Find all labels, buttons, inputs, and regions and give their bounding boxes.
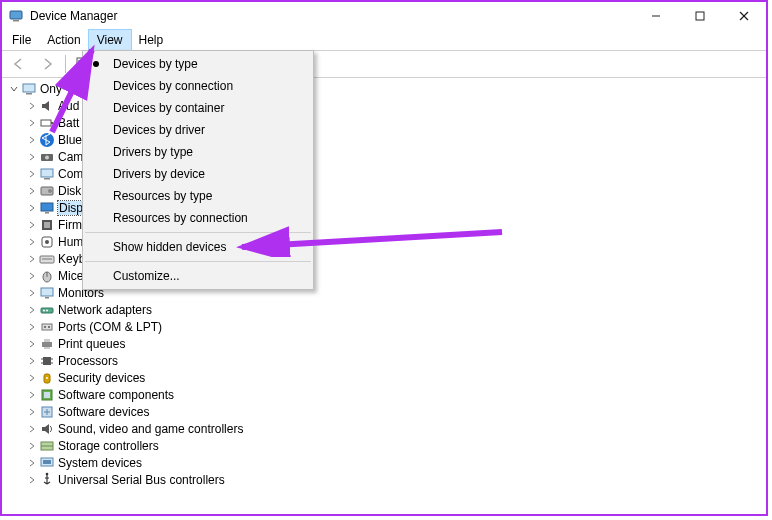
tree-node[interactable]: Ports (COM & LPT)	[24, 318, 766, 335]
system-icon	[39, 455, 55, 471]
menu-item-label: Show hidden devices	[113, 240, 226, 254]
svg-rect-44	[48, 326, 50, 328]
chevron-right-icon[interactable]	[26, 253, 38, 265]
menu-separator	[85, 261, 311, 262]
svg-rect-16	[23, 84, 35, 92]
keyboard-icon	[39, 251, 55, 267]
menu-item[interactable]: Devices by driver	[83, 119, 313, 141]
chevron-right-icon[interactable]	[26, 304, 38, 316]
menu-item-label: Devices by type	[113, 57, 198, 71]
tree-node-label: Print queues	[58, 337, 125, 351]
storage-icon	[39, 438, 55, 454]
chevron-right-icon[interactable]	[26, 236, 38, 248]
menu-item[interactable]: Devices by container	[83, 97, 313, 119]
toolbar-sep	[65, 55, 66, 73]
menu-item-label: Drivers by type	[113, 145, 193, 159]
menu-item[interactable]: Devices by connection	[83, 75, 313, 97]
menu-separator	[85, 232, 311, 233]
menu-item[interactable]: Show hidden devices	[83, 236, 313, 258]
menu-item[interactable]: Resources by connection	[83, 207, 313, 229]
tree-node-label: Security devices	[58, 371, 145, 385]
close-button[interactable]	[722, 2, 766, 30]
tree-node-label: Firm	[58, 218, 82, 232]
menu-file[interactable]: File	[4, 30, 39, 50]
chevron-right-icon[interactable]	[26, 423, 38, 435]
chevron-right-icon[interactable]	[26, 117, 38, 129]
forward-button[interactable]	[34, 52, 60, 76]
menu-item-label: Drivers by device	[113, 167, 205, 181]
usb-icon	[39, 472, 55, 488]
menu-item-label: Resources by type	[113, 189, 212, 203]
menu-item-label: Devices by driver	[113, 123, 205, 137]
tree-node[interactable]: System devices	[24, 454, 766, 471]
chevron-right-icon[interactable]	[26, 440, 38, 452]
tree-node-label: Cam	[58, 150, 83, 164]
chevron-right-icon[interactable]	[26, 100, 38, 112]
chevron-right-icon[interactable]	[26, 406, 38, 418]
svg-point-40	[43, 309, 45, 311]
tree-node[interactable]: Network adapters	[24, 301, 766, 318]
chevron-right-icon[interactable]	[26, 185, 38, 197]
tree-node[interactable]: Storage controllers	[24, 437, 766, 454]
chevron-right-icon[interactable]	[26, 219, 38, 231]
maximize-button[interactable]	[678, 2, 722, 30]
chevron-right-icon[interactable]	[26, 134, 38, 146]
menu-item[interactable]: Devices by type	[83, 53, 313, 75]
softdev-icon	[39, 404, 55, 420]
chevron-right-icon[interactable]	[26, 372, 38, 384]
tree-root-label: Ony	[40, 82, 62, 96]
tree-node-label: Processors	[58, 354, 118, 368]
tree-node-label: Network adapters	[58, 303, 152, 317]
chevron-right-icon[interactable]	[26, 338, 38, 350]
tree-node[interactable]: Security devices	[24, 369, 766, 386]
svg-rect-18	[41, 120, 51, 126]
camera-icon	[39, 149, 55, 165]
minimize-button[interactable]	[634, 2, 678, 30]
svg-rect-46	[44, 339, 50, 342]
tree-node-label: Hum	[58, 235, 83, 249]
menu-item-label: Resources by connection	[113, 211, 248, 225]
svg-rect-17	[26, 93, 32, 95]
chevron-right-icon[interactable]	[26, 457, 38, 469]
menu-item[interactable]: Resources by type	[83, 185, 313, 207]
battery-icon	[39, 115, 55, 131]
menubar: File Action View Help	[2, 30, 766, 51]
tree-node[interactable]: Software devices	[24, 403, 766, 420]
back-button[interactable]	[6, 52, 32, 76]
menu-item[interactable]: Drivers by type	[83, 141, 313, 163]
tree-node-label: Sound, video and game controllers	[58, 422, 243, 436]
window-title: Device Manager	[30, 9, 117, 23]
menu-view[interactable]: View	[89, 30, 131, 50]
chevron-right-icon[interactable]	[26, 151, 38, 163]
tree-node[interactable]: Universal Serial Bus controllers	[24, 471, 766, 488]
svg-rect-56	[44, 392, 50, 398]
chevron-down-icon[interactable]	[8, 83, 20, 95]
tree-node[interactable]: Processors	[24, 352, 766, 369]
menu-help[interactable]: Help	[131, 30, 172, 50]
menu-item-label: Customize...	[113, 269, 180, 283]
chevron-right-icon[interactable]	[26, 202, 38, 214]
menu-item-label: Devices by connection	[113, 79, 233, 93]
menu-item[interactable]: Customize...	[83, 265, 313, 287]
chevron-right-icon[interactable]	[26, 287, 38, 299]
chevron-right-icon[interactable]	[26, 389, 38, 401]
tree-node[interactable]: Sound, video and game controllers	[24, 420, 766, 437]
chevron-right-icon[interactable]	[26, 474, 38, 486]
svg-point-22	[45, 155, 49, 159]
menu-action[interactable]: Action	[39, 30, 88, 50]
device-manager-window: Device Manager File Action View Help	[0, 0, 768, 516]
titlebar: Device Manager	[2, 2, 766, 30]
display-icon	[39, 200, 55, 216]
chevron-right-icon[interactable]	[26, 168, 38, 180]
chevron-right-icon[interactable]	[26, 355, 38, 367]
tree-node[interactable]: Software components	[24, 386, 766, 403]
app-icon	[8, 8, 24, 24]
tree-node-label: Aud	[58, 99, 79, 113]
chevron-right-icon[interactable]	[26, 270, 38, 282]
tree-node[interactable]: Print queues	[24, 335, 766, 352]
svg-rect-48	[43, 357, 51, 365]
svg-point-54	[46, 377, 48, 379]
svg-rect-28	[45, 212, 49, 214]
menu-item[interactable]: Drivers by device	[83, 163, 313, 185]
chevron-right-icon[interactable]	[26, 321, 38, 333]
